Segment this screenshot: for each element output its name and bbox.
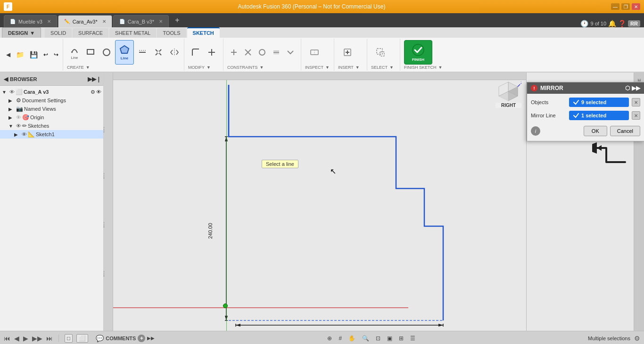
ok-btn[interactable]: OK (584, 126, 607, 136)
objects-clear-btn[interactable]: ✕ (632, 98, 640, 106)
finish-sketch-dropdown-icon[interactable]: ▼ (438, 65, 443, 70)
mirror-tool-btn[interactable] (167, 42, 182, 63)
constraint-5-btn[interactable] (284, 43, 297, 62)
tab-cara-av3[interactable]: ✏️ Cara_Av3* ✕ (58, 15, 112, 27)
sidebar-item-named-views[interactable]: ▶ 📷 Named Views (0, 105, 103, 113)
sidebar-expand-icon[interactable]: ▶▶ (88, 76, 96, 82)
offset-tool-btn[interactable] (135, 42, 150, 63)
finish-sketch-btn[interactable]: FINISH (404, 40, 432, 65)
ribbon-tab-surface[interactable]: SURFACE (73, 28, 108, 38)
view-cube-right[interactable]: Z RIGHT (495, 80, 521, 106)
ribbon-tab-sketch[interactable]: SKETCH (187, 27, 220, 38)
expand-icon-root[interactable]: ▼ (2, 90, 8, 95)
mirror-dialog-pin-icon[interactable]: ▶▶ (632, 85, 640, 91)
snap-icon[interactable]: ⊕ (325, 334, 334, 343)
view-2d-btn[interactable]: □ (65, 334, 73, 343)
restore-btn[interactable]: ❐ (621, 3, 630, 10)
minimize-btn[interactable]: — (611, 3, 619, 10)
nav-last-btn[interactable]: ⏭ (46, 335, 53, 342)
display-icon[interactable]: ▣ (385, 334, 395, 343)
tab-close-cara-bv3[interactable]: ✕ (159, 19, 163, 24)
sidebar-collapse-icon[interactable]: ◀ (4, 76, 8, 82)
nav-play-btn[interactable]: ▶ (23, 335, 28, 342)
comments-expand-icon[interactable]: ▶▶ (147, 336, 155, 341)
sidebar-item-doc-settings[interactable]: ▶ ⚙ Document Settings (0, 96, 103, 105)
constraint-4-btn[interactable] (270, 43, 283, 62)
fit-screen-icon[interactable]: ⊡ (373, 334, 383, 343)
pan-icon[interactable]: ✋ (346, 334, 358, 343)
close-btn[interactable]: ✕ (632, 3, 640, 10)
mirror-line-clear-btn[interactable]: ✕ (632, 111, 640, 120)
help-icon[interactable]: ❓ (618, 20, 626, 27)
back-btn[interactable]: ◀ (4, 50, 13, 59)
expand-icon-origin[interactable]: ▶ (8, 115, 15, 120)
comments-icon[interactable]: 💬 (96, 335, 104, 342)
gear-icon-root[interactable]: ⚙ (91, 89, 95, 95)
create-dropdown-icon[interactable]: ▼ (86, 65, 90, 70)
fillet-btn[interactable] (188, 42, 203, 63)
sidebar-item-cara-a-v3[interactable]: ▼ 👁 ⬜ Cara_A v3 ⚙ 👁 (0, 88, 103, 96)
tab-add-btn[interactable]: + (172, 15, 183, 26)
trim-mod-btn[interactable] (204, 42, 219, 63)
tab-mueble[interactable]: 📄 Mueble v3 ✕ (4, 15, 57, 27)
save-btn[interactable]: 💾 (27, 49, 40, 60)
settings-icon[interactable]: ☰ (408, 334, 418, 343)
view-3d-btn[interactable]: ⬜ (76, 334, 88, 343)
tab-close-mueble[interactable]: ✕ (47, 19, 51, 24)
nav-prev-btn[interactable]: ◀ (14, 335, 19, 342)
inspect-dropdown-icon[interactable]: ▼ (325, 65, 330, 70)
polygon-tool-btn[interactable]: Line (115, 40, 134, 65)
zoom-icon[interactable]: 🔍 (360, 334, 372, 343)
mirror-dialog-expand-icon[interactable]: ⬡ (625, 85, 630, 91)
settings-gear-icon[interactable]: ⚙ (634, 335, 640, 342)
constraint-2-btn[interactable] (241, 43, 255, 62)
rectangle-tool-btn[interactable] (83, 42, 98, 63)
expand-icon-sketches[interactable]: ▼ (8, 123, 15, 129)
select-dropdown-icon[interactable]: ▼ (389, 65, 394, 70)
select-btn[interactable] (371, 42, 390, 63)
visibility-icon-sketch1[interactable]: 👁 (22, 131, 27, 137)
expand-icon-doc[interactable]: ▶ (8, 98, 15, 103)
constraint-1-btn[interactable] (227, 43, 240, 62)
expand-icon-sketch1[interactable]: ▶ (14, 132, 21, 137)
arc-tool-btn[interactable]: Line (67, 42, 82, 63)
sidebar-collapse-all-icon[interactable]: | (98, 76, 99, 82)
sidebar-item-sketches[interactable]: ▼ 👁 ✏ Sketches (0, 122, 103, 130)
design-dropdown-btn[interactable]: DESIGN ▼ (2, 27, 41, 38)
comments-add-icon[interactable]: + (138, 335, 145, 342)
notification-icon[interactable]: 🔔 (608, 20, 616, 27)
info-btn[interactable]: i (531, 126, 540, 136)
mirror-line-selected-badge[interactable]: 1 selected (569, 111, 629, 120)
circle-tool-btn[interactable] (99, 42, 114, 63)
ribbon-tab-solid[interactable]: SOLID (45, 28, 72, 38)
cancel-btn[interactable]: Cancel (610, 126, 640, 136)
trim-tool-btn[interactable] (151, 42, 166, 63)
constraints-dropdown-icon[interactable]: ▼ (260, 65, 264, 70)
visibility-icon-origin[interactable]: 👁 (16, 115, 21, 120)
ribbon-tab-sheet-metal[interactable]: SHEET METAL (109, 28, 156, 38)
grid-icon[interactable]: # (336, 334, 344, 343)
grid2-icon[interactable]: ⊞ (396, 334, 406, 343)
ribbon-tab-tools[interactable]: TOOLS (157, 28, 186, 38)
insert-dropdown-icon[interactable]: ▼ (355, 65, 360, 70)
nav-first-btn[interactable]: ⏮ (4, 335, 10, 342)
constraint-3-btn[interactable] (256, 43, 269, 62)
visibility-icon-root[interactable]: 👁 (9, 89, 15, 95)
modify-dropdown-icon[interactable]: ▼ (206, 65, 211, 70)
sidebar-item-sketch1[interactable]: ▶ 👁 📐 Sketch1 (0, 130, 103, 139)
tab-close-cara-av3[interactable]: ✕ (102, 19, 106, 24)
undo-btn[interactable]: ↩ (41, 50, 50, 59)
inspect-btn[interactable] (305, 42, 324, 63)
redo-btn[interactable]: ↪ (51, 50, 61, 59)
canvas-area[interactable]: 250 200 150 100 (104, 73, 526, 331)
user-badge[interactable]: RR (628, 20, 640, 27)
eye2-icon-root[interactable]: 👁 (96, 89, 101, 95)
sidebar-item-origin[interactable]: ▶ 👁 🎯 Origin (0, 113, 103, 122)
visibility-icon-sketches[interactable]: 👁 (16, 123, 21, 129)
objects-selected-badge[interactable]: 9 selected (569, 98, 629, 107)
nav-next-btn[interactable]: ▶▶ (32, 335, 42, 342)
file-btn[interactable]: 📁 (14, 49, 26, 60)
expand-icon-views[interactable]: ▶ (8, 106, 15, 112)
insert-btn[interactable] (338, 42, 357, 63)
tab-cara-bv3[interactable]: 📄 Cara_B v3* ✕ (113, 15, 169, 27)
